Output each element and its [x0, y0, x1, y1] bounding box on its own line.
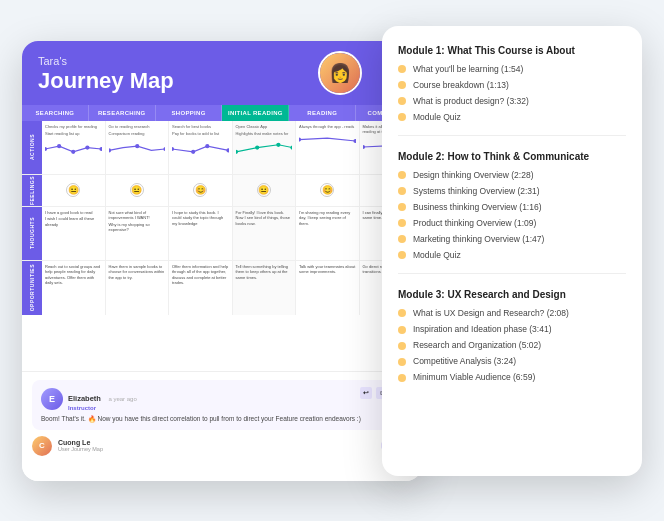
- module-item-1-1[interactable]: What you'll be learning (1:54): [398, 64, 626, 75]
- phase-reading[interactable]: READING: [289, 105, 356, 121]
- emotion-1: 😐: [66, 183, 80, 197]
- avatar: 👩: [318, 51, 362, 95]
- action-cell-4: Open Classic App Highlights that make no…: [233, 121, 297, 174]
- svg-point-15: [290, 145, 292, 149]
- module-item-text: Module Quiz: [413, 112, 461, 123]
- svg-point-12: [236, 150, 238, 154]
- module-item-2-4[interactable]: Product thinking Overview (1:09): [398, 218, 626, 229]
- action-cell-2: Go to reading research Comparison readin…: [106, 121, 170, 174]
- module-item-text: Competitive Analysis (3:24): [413, 356, 516, 367]
- svg-point-0: [45, 147, 47, 151]
- action-cell-3: Search for best books Pay for books to a…: [169, 121, 233, 174]
- thought-cell-1: I have a good book to readI wish I could…: [42, 207, 106, 260]
- thought-cell-4: For Finally! I love this book. Now I see…: [233, 207, 297, 260]
- journey-map-card: Tara's Journey Map 👩 SEARCHING RESEARCHI…: [22, 41, 422, 481]
- module-dot: [398, 342, 406, 350]
- action-cell-1: Checks my profile for reading Start read…: [42, 121, 106, 174]
- comment-name-elizabeth: Elizabeth: [68, 394, 101, 403]
- module-dot: [398, 113, 406, 121]
- phase-tabs: SEARCHING RESEARCHING SHOPPING INITIAL R…: [22, 105, 422, 121]
- svg-point-18: [363, 145, 365, 149]
- module-item-3-1[interactable]: What is UX Design and Research? (2:08): [398, 308, 626, 319]
- opp-cell-1: Reach out to social groups and help peop…: [42, 261, 106, 315]
- thoughts-row: THOUGHTS I have a good book to readI wis…: [22, 207, 422, 261]
- module-item-2-1[interactable]: Design thinking Overview (2:28): [398, 170, 626, 181]
- module-item-2-6[interactable]: Module Quiz: [398, 250, 626, 261]
- feeling-cell-3: 😊: [169, 175, 233, 206]
- first-comment: ↩ ☺ ⋯ E Elizabeth a year ago Instructor …: [32, 380, 412, 430]
- module-item-2-2[interactable]: Systems thinking Overview (2:31): [398, 186, 626, 197]
- svg-point-5: [109, 148, 111, 152]
- module-dot: [398, 374, 406, 382]
- module-dot: [398, 203, 406, 211]
- svg-point-8: [172, 147, 174, 151]
- phase-searching[interactable]: SEARCHING: [22, 105, 89, 121]
- emotion-3: 😊: [193, 183, 207, 197]
- actions-cells: Checks my profile for reading Start read…: [42, 121, 422, 174]
- module-item-2-5[interactable]: Marketing thinking Overview (1:47): [398, 234, 626, 245]
- journey-header: Tara's Journey Map 👩: [22, 41, 422, 105]
- module-item-text: Business thinking Overview (1:16): [413, 202, 542, 213]
- module-item-text: Product thinking Overview (1:09): [413, 218, 536, 229]
- feelings-label: FEELINGS: [22, 175, 42, 206]
- opportunities-row: OPPORTUNITIES Reach out to social groups…: [22, 261, 422, 315]
- svg-point-10: [205, 144, 209, 148]
- svg-point-1: [57, 144, 61, 148]
- svg-point-9: [191, 150, 195, 154]
- module-title-3: Module 3: UX Research and Design: [398, 288, 626, 301]
- second-comment-name: Cuong Le: [58, 439, 375, 446]
- module-dot: [398, 81, 406, 89]
- module-section-1: Module 1: What This Course is AboutWhat …: [398, 44, 626, 136]
- module-title-1: Module 1: What This Course is About: [398, 44, 626, 57]
- phase-initial-reading[interactable]: INITIAL READING: [222, 105, 289, 121]
- module-divider: [398, 135, 626, 136]
- module-item-text: Research and Organization (5:02): [413, 340, 541, 351]
- comment-text-elizabeth: Boom! That's it. 🔥 Now you have this dir…: [41, 414, 403, 423]
- module-item-3-3[interactable]: Research and Organization (5:02): [398, 340, 626, 351]
- second-comment-content: Cuong Le User Journey Map: [58, 439, 375, 452]
- opportunities-cells: Reach out to social groups and help peop…: [42, 261, 422, 315]
- feeling-cell-1: 😐: [42, 175, 106, 206]
- module-dot: [398, 235, 406, 243]
- module-item-1-3[interactable]: What is product design? (3:32): [398, 96, 626, 107]
- thoughts-label: THOUGHTS: [22, 207, 42, 260]
- comment-avatar-cuong: C: [32, 436, 52, 456]
- module-divider: [398, 273, 626, 274]
- thoughts-cells: I have a good book to readI wish I could…: [42, 207, 422, 260]
- module-item-1-2[interactable]: Course breakdown (1:13): [398, 80, 626, 91]
- module-dot: [398, 251, 406, 259]
- svg-point-3: [85, 145, 89, 149]
- feeling-cell-4: 😐: [233, 175, 297, 206]
- reply-icon[interactable]: ↩: [360, 387, 372, 399]
- journey-grid: ACTIONS Checks my profile for reading St…: [22, 121, 422, 315]
- module-item-1-4[interactable]: Module Quiz: [398, 112, 626, 123]
- svg-point-11: [226, 148, 228, 152]
- thought-cell-5: I'm sharing my reading every day, I keep…: [296, 207, 360, 260]
- module-item-text: Design thinking Overview (2:28): [413, 170, 533, 181]
- module-item-text: Minimum Viable Audience (6:59): [413, 372, 535, 383]
- phase-shopping[interactable]: SHOPPING: [156, 105, 223, 121]
- module-item-3-2[interactable]: Inspiration and Ideation phase (3:41): [398, 324, 626, 335]
- module-item-2-3[interactable]: Business thinking Overview (1:16): [398, 202, 626, 213]
- opp-cell-2: Have them in sample books to choose for …: [106, 261, 170, 315]
- module-item-3-5[interactable]: Minimum Viable Audience (6:59): [398, 372, 626, 383]
- comment-section: ↩ ☺ ⋯ E Elizabeth a year ago Instructor …: [22, 371, 422, 481]
- svg-point-7: [163, 147, 165, 151]
- svg-point-2: [71, 150, 75, 154]
- action-cell-5: Always through the app - reads: [296, 121, 360, 174]
- module-item-3-4[interactable]: Competitive Analysis (3:24): [398, 356, 626, 367]
- module-section-3: Module 3: UX Research and DesignWhat is …: [398, 288, 626, 383]
- module-item-text: What is UX Design and Research? (2:08): [413, 308, 569, 319]
- second-comment-subtitle: User Journey Map: [58, 446, 375, 452]
- module-title-2: Module 2: How to Think & Communicate: [398, 150, 626, 163]
- feeling-cell-5: 😊: [296, 175, 360, 206]
- avatar-image: 👩: [320, 53, 360, 93]
- opp-cell-3: Offer them information and help through …: [169, 261, 233, 315]
- opp-cell-5: Talk with your teammates about some impr…: [296, 261, 360, 315]
- phase-researching[interactable]: RESEARCHING: [89, 105, 156, 121]
- module-dot: [398, 65, 406, 73]
- module-item-text: What is product design? (3:32): [413, 96, 529, 107]
- actions-label: ACTIONS: [22, 121, 42, 174]
- svg-point-14: [276, 143, 280, 147]
- feelings-row: FEELINGS 😐 😐 😊 😐 😊 😊: [22, 175, 422, 207]
